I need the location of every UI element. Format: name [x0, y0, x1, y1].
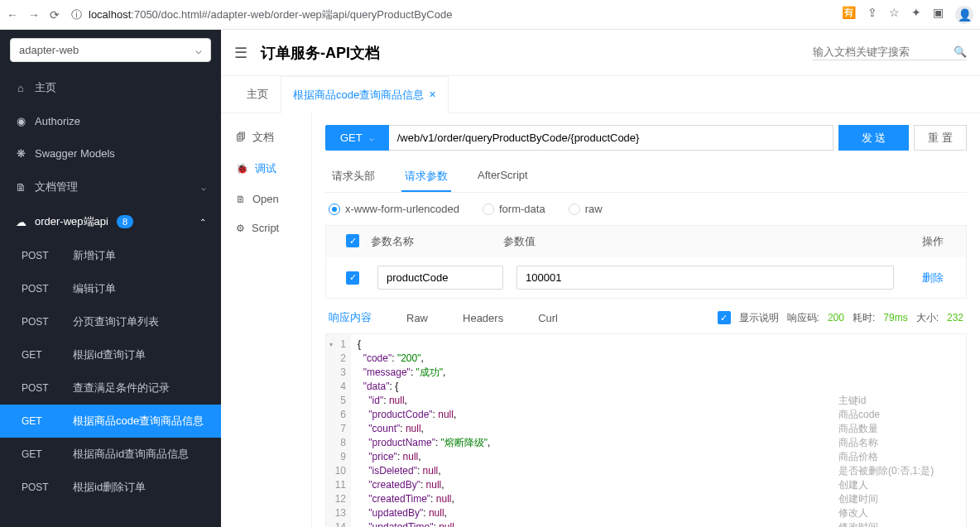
browser-toolbar: ← → ⟳ ⓘ localhost:7050/doc.html#/adapter… [0, 0, 980, 30]
tab-curl[interactable]: Curl [538, 312, 558, 324]
sidebar: adapter-web ⌵ ⌂主页 ◉Authorize ❋Swagger Mo… [0, 30, 221, 527]
api-label: 查查满足条件的记录 [73, 381, 170, 395]
menu-debug[interactable]: 🐞调试 [221, 153, 311, 184]
param-value-input[interactable] [516, 266, 894, 290]
method-label: POST [22, 382, 60, 394]
sidebar-api-item[interactable]: POST根据id删除订单 [0, 471, 221, 504]
api-label: 编辑订单 [73, 281, 116, 296]
delete-link[interactable]: 删除 [922, 271, 944, 284]
sidebar-api-item[interactable]: GET根据商品id查询商品信息 [0, 438, 221, 471]
tab-response[interactable]: 响应内容 [329, 310, 372, 325]
sidebar-api-item[interactable]: POST新增订单 [0, 239, 221, 272]
main-header: ☰ 订单服务-API文档 🔍 [221, 30, 980, 76]
tab-headers[interactable]: 请求头部 [329, 162, 378, 192]
sidebar-item-docs[interactable]: 🗎文档管理⌵ [0, 170, 221, 204]
response-tabs: 响应内容 Raw Headers Curl ✓ 显示说明 响应码:200 耗时:… [325, 299, 967, 333]
bookmark-icon[interactable]: ☆ [889, 6, 900, 24]
menu-open[interactable]: 🗎Open [221, 184, 311, 213]
sidebar-api-item[interactable]: POST编辑订单 [0, 272, 221, 305]
request-tabs: 请求头部 请求参数 AfterScript [325, 162, 967, 193]
method-select[interactable]: GET [325, 125, 389, 151]
share-icon[interactable]: ⇪ [867, 6, 877, 24]
collapse-icon[interactable]: ☰ [234, 44, 247, 62]
reset-button[interactable]: 重 置 [914, 125, 967, 151]
radio-icon [329, 204, 340, 215]
search-icon[interactable]: 🔍 [954, 46, 967, 58]
tab-api[interactable]: 根据商品code查询商品信息✕ [281, 76, 449, 113]
sidebar-api-item[interactable]: GET根据商品code查询商品信息 [0, 405, 221, 438]
menu-doc[interactable]: 🗐文档 [221, 122, 311, 153]
sidebar-api-item[interactable]: POST分页查询订单列表 [0, 305, 221, 338]
main-panel: ☰ 订单服务-API文档 🔍 主页 根据商品code查询商品信息✕ 🗐文档 🐞调… [221, 30, 980, 527]
url-input[interactable] [389, 125, 833, 151]
extensions-icon[interactable]: ✦ [911, 6, 921, 24]
body-type-radios: x-www-form-urlencoded form-data raw [325, 203, 967, 215]
url-port: :7050 [131, 8, 158, 21]
forward-icon[interactable]: → [28, 8, 40, 22]
radio-formdata[interactable]: form-data [483, 203, 545, 215]
detail-menu: 🗐文档 🐞调试 🗎Open ⚙Script [221, 113, 312, 527]
param-row: ✓ 删除 [326, 257, 966, 298]
sidebar-item-order-api[interactable]: ☁order-wep端api8⌃ [0, 204, 221, 239]
doc-tabs: 主页 根据商品code查询商品信息✕ [221, 76, 980, 113]
script-icon: ⚙ [236, 223, 245, 234]
menu-script[interactable]: ⚙Script [221, 213, 311, 242]
open-icon: 🗎 [236, 194, 246, 205]
col-op: 操作 [908, 234, 958, 249]
address-bar[interactable]: ⓘ localhost:7050/doc.html#/adapter-web/o… [66, 7, 835, 22]
tab-home[interactable]: 主页 [234, 76, 281, 113]
tab-resp-headers[interactable]: Headers [463, 312, 503, 324]
method-label: POST [22, 481, 60, 493]
checkbox-all[interactable]: ✓ [346, 234, 359, 247]
close-icon[interactable]: ✕ [429, 89, 436, 100]
api-label: 根据商品code查询商品信息 [73, 414, 204, 429]
reload-icon[interactable]: ⟳ [50, 8, 60, 22]
translate-icon[interactable]: 🈶 [842, 6, 856, 24]
tab-afterscript[interactable]: AfterScript [474, 162, 531, 192]
show-desc-label: 显示说明 [739, 311, 779, 325]
count-badge: 8 [117, 215, 133, 228]
col-value: 参数值 [503, 234, 908, 249]
response-size: 232 [947, 312, 963, 323]
field-comments: 主键id商品code商品数量商品名称商品价格是否被删除(0:否,1:是)创建人创… [833, 334, 966, 527]
back-icon[interactable]: ← [7, 8, 18, 22]
method-label: GET [22, 349, 60, 361]
send-button[interactable]: 发 送 [838, 125, 910, 151]
search-input[interactable] [813, 46, 945, 58]
radio-urlencoded[interactable]: x-www-form-urlencoded [329, 203, 459, 215]
api-label: 根据id查询订单 [73, 347, 146, 362]
checkbox-row[interactable]: ✓ [346, 271, 359, 285]
col-name: 参数名称 [371, 234, 503, 249]
profile-avatar[interactable]: 👤 [955, 6, 973, 24]
api-label: 根据商品id查询商品信息 [73, 447, 189, 462]
method-label: GET [22, 415, 60, 427]
method-label: POST [22, 316, 60, 328]
url-host: localhost [89, 8, 131, 21]
bug-icon: 🐞 [236, 163, 248, 175]
method-label: GET [22, 448, 60, 460]
api-label: 新增订单 [73, 248, 116, 263]
tab-params[interactable]: 请求参数 [401, 162, 451, 192]
radio-icon [569, 204, 580, 215]
response-body: 1234567891011121314151617 { "code": "200… [325, 333, 967, 527]
chevron-down-icon: ⌵ [195, 44, 202, 56]
param-name-input[interactable] [377, 266, 503, 290]
show-desc-checkbox[interactable]: ✓ [718, 311, 731, 324]
sidebar-item-authorize[interactable]: ◉Authorize [0, 105, 221, 137]
radio-raw[interactable]: raw [569, 203, 603, 215]
api-label: 根据id删除订单 [73, 480, 146, 495]
project-name: adapter-web [19, 44, 79, 56]
api-label: 分页查询订单列表 [73, 314, 159, 329]
url-path: /doc.html#/adapter-web/order-wep端api/que… [158, 8, 453, 21]
sidebar-item-home[interactable]: ⌂主页 [0, 70, 221, 105]
sidebar-api-item[interactable]: POST查查满足条件的记录 [0, 371, 221, 405]
project-select[interactable]: adapter-web ⌵ [10, 38, 211, 62]
sidebar-api-item[interactable]: GET根据id查询订单 [0, 338, 221, 371]
json-code[interactable]: { "code": "200", "message": "成功", "data"… [351, 334, 833, 527]
params-table: ✓ 参数名称 参数值 操作 ✓ 删除 [325, 225, 967, 299]
sidebar-item-swagger[interactable]: ❋Swagger Models [0, 137, 221, 170]
tab-raw[interactable]: Raw [406, 312, 428, 324]
radio-icon [483, 204, 494, 215]
info-icon: ⓘ [71, 7, 82, 22]
panel-icon[interactable]: ▣ [933, 6, 944, 24]
